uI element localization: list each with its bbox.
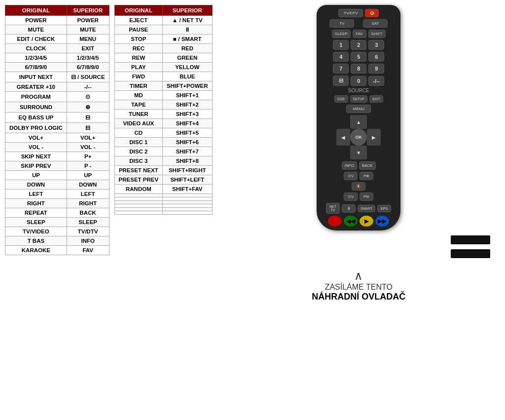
table-row: VOL -VOL - bbox=[5, 143, 109, 152]
remote-num-row2: 4 5 6 bbox=[320, 52, 397, 62]
num8-button[interactable]: 8 bbox=[351, 64, 366, 74]
back-button[interactable]: BACK bbox=[359, 161, 376, 170]
table-row: DISC 3SHIFT+8 bbox=[114, 156, 212, 166]
superior-cell: 1/2/3/4/5 bbox=[67, 53, 109, 63]
superior-cell: VOL - bbox=[67, 143, 109, 152]
dpad-up-button[interactable]: ▲ bbox=[350, 115, 367, 129]
original-cell: RANDOM bbox=[114, 185, 163, 194]
num4-button[interactable]: 4 bbox=[333, 52, 349, 62]
vol-up-button[interactable]: ⊙V bbox=[344, 172, 358, 180]
superior-cell: TV/DTV bbox=[67, 227, 109, 236]
superior-cell: YELLOW bbox=[163, 63, 212, 72]
original-cell: STOP bbox=[114, 35, 163, 44]
remote-section: TV/DTV ⏻ TV SAT SLEEP FAV SHIFT 1 2 3 bbox=[217, 5, 501, 302]
table-row: REWGREEN bbox=[114, 53, 212, 63]
sleep-button[interactable]: SLEEP bbox=[332, 30, 351, 38]
smart-button[interactable]: SMART bbox=[358, 205, 375, 212]
exit-btn[interactable]: EXIT bbox=[369, 95, 383, 103]
info-button[interactable]: INFO bbox=[342, 161, 357, 170]
table-row: MDSHIFT+1 bbox=[114, 91, 212, 100]
original-cell: PRESET PREV bbox=[114, 175, 163, 185]
dash-button[interactable]: -/-- bbox=[368, 76, 384, 86]
table-row bbox=[114, 208, 212, 211]
original-cell bbox=[114, 204, 163, 208]
table-row: TV/VIDEOTV/DTV bbox=[5, 227, 109, 236]
remote-size-row: SIZE SETUP EXIT bbox=[320, 95, 397, 103]
num9-button[interactable]: 9 bbox=[368, 64, 384, 74]
table-row: DOLBY PRO LOGIC⊟ bbox=[5, 123, 109, 133]
superior-cell: MENU bbox=[67, 35, 109, 44]
table-row: GREATER +10-/-- bbox=[5, 82, 109, 92]
num6-button[interactable]: 6 bbox=[368, 52, 384, 62]
num0-button[interactable]: 0 bbox=[351, 76, 366, 86]
nettv-button[interactable]: NETTV bbox=[326, 203, 340, 214]
original-cell: KARAOKE bbox=[5, 246, 67, 255]
fav-button[interactable]: FAV bbox=[353, 30, 366, 38]
table-row: POWERPOWER bbox=[5, 16, 109, 25]
table-row: PRESET PREVSHIFT+LEFT bbox=[114, 175, 212, 185]
dpad-down-button[interactable]: ▼ bbox=[350, 146, 367, 159]
shift-button[interactable]: SHIFT bbox=[368, 30, 386, 38]
original-cell: MD bbox=[114, 91, 163, 100]
dpad-right-button[interactable]: ▶ bbox=[367, 129, 381, 146]
original-cell: REC bbox=[114, 44, 163, 53]
original-cell: T BAS bbox=[5, 236, 67, 246]
setup-btn[interactable]: SETUP bbox=[350, 95, 367, 103]
sat-button[interactable]: SAT bbox=[363, 19, 388, 28]
superior-cell: ▲ / NET TV bbox=[163, 16, 212, 25]
play-button[interactable]: ▶ bbox=[360, 216, 373, 227]
p-plus-button[interactable]: P⊕ bbox=[360, 172, 373, 180]
num7-button[interactable]: 7 bbox=[333, 64, 349, 74]
table-row: CLOCKEXIT bbox=[5, 44, 109, 53]
fwd-button[interactable]: ▶▶ bbox=[375, 216, 389, 227]
superior-cell bbox=[163, 197, 212, 201]
vol-down-button[interactable]: ⊙V bbox=[344, 192, 358, 201]
superior-cell: -/-- bbox=[67, 82, 109, 92]
red-button[interactable] bbox=[328, 216, 342, 227]
superior-cell: MUTE bbox=[67, 25, 109, 35]
original-cell: SKIP NEXT bbox=[5, 152, 67, 161]
tvdtv-button[interactable]: TV/DTV bbox=[338, 9, 363, 17]
original-cell bbox=[114, 211, 163, 215]
rew-button[interactable]: ◀◀ bbox=[344, 216, 358, 227]
original-cell: PRESET NEXT bbox=[114, 166, 163, 175]
power-button[interactable]: ⏻ bbox=[365, 9, 379, 17]
superior-cell: ⊕ bbox=[67, 102, 109, 113]
table-row: RECRED bbox=[114, 44, 212, 53]
remote-num-row1: 1 2 3 bbox=[320, 40, 397, 50]
table-row: SKIP NEXTP+ bbox=[5, 152, 109, 161]
mute-button[interactable]: 🔇 bbox=[352, 182, 365, 191]
original-cell: DISC 3 bbox=[114, 156, 163, 166]
tv-button[interactable]: TV bbox=[329, 19, 354, 28]
num5-button[interactable]: 5 bbox=[351, 52, 366, 62]
size-btn[interactable]: SIZE bbox=[334, 95, 348, 103]
original-cell: TUNER bbox=[114, 110, 163, 119]
superior-cell: ⊟ bbox=[67, 113, 109, 123]
zasílame-text: ZASÍLÁME TENTO bbox=[312, 283, 405, 292]
original-cell bbox=[114, 201, 163, 204]
num2-button[interactable]: 2 bbox=[351, 40, 366, 50]
menu-button[interactable]: MENU bbox=[346, 105, 371, 113]
table-row: DISC 1SHIFT+6 bbox=[114, 138, 212, 147]
superior-cell: ⊙ bbox=[67, 92, 109, 102]
original-cell: 6/7/8/9/0 bbox=[5, 63, 67, 72]
superior-cell: UP bbox=[67, 171, 109, 180]
superior-cell: SHIFT+4 bbox=[163, 119, 212, 128]
epg-button[interactable]: EPG bbox=[377, 205, 391, 212]
p-minus-button[interactable]: P⊖ bbox=[360, 192, 373, 201]
input-button[interactable]: ⊟ bbox=[333, 76, 349, 86]
original-cell bbox=[114, 208, 163, 211]
superior-cell bbox=[163, 211, 212, 215]
superior-cell: SHIFT+FAV bbox=[163, 185, 212, 194]
original-cell: VOL+ bbox=[5, 133, 67, 143]
dpad-left-button[interactable]: ◀ bbox=[336, 129, 350, 146]
num3-button[interactable]: 3 bbox=[368, 40, 384, 50]
remote-num-row4: ⊟ 0 -/-- bbox=[320, 76, 397, 86]
pause2-button[interactable]: ⏸ bbox=[342, 204, 356, 213]
ok-button[interactable]: OK bbox=[350, 129, 367, 146]
table-row bbox=[114, 197, 212, 201]
original-cell: GREATER +10 bbox=[5, 82, 67, 92]
num1-button[interactable]: 1 bbox=[333, 40, 349, 50]
table-row: DOWNDOWN bbox=[5, 180, 109, 190]
table-row bbox=[114, 204, 212, 208]
